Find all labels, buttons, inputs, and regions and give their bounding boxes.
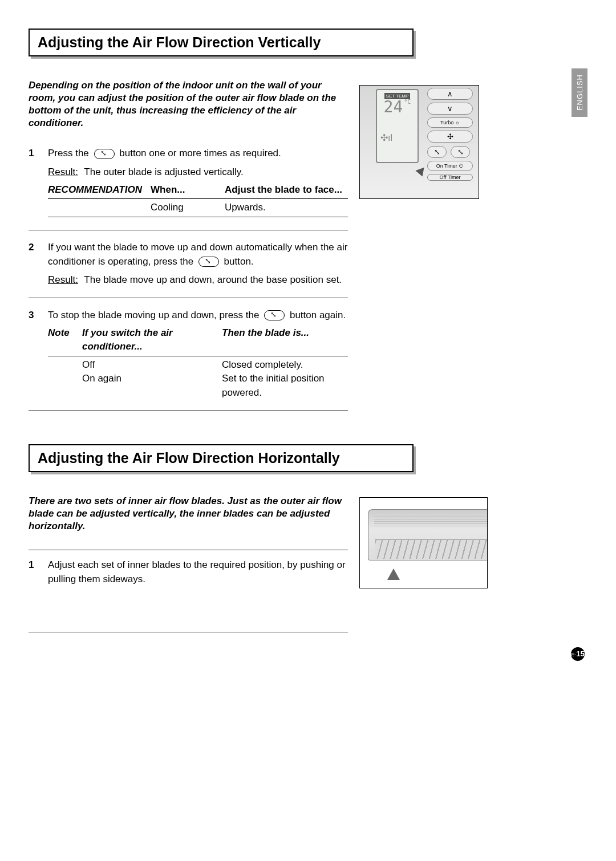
result-label-1: Result: <box>48 166 78 177</box>
section-title-horizontal-text: Adjusting the Air Flow Direction Horizon… <box>38 450 404 466</box>
on-timer-button[interactable]: On Timer ⏲ <box>427 161 473 171</box>
swing-button[interactable]: ⤡ <box>451 146 470 158</box>
note-row2-then: Set to the initial position powered. <box>222 372 348 400</box>
ac-louvers <box>375 539 487 559</box>
step-1-number: 1 <box>29 147 38 220</box>
ac-grill <box>374 517 487 528</box>
swing-button-icon <box>198 257 219 267</box>
language-tab-text: ENGLISH <box>576 74 584 111</box>
rec-head-when: When... <box>151 183 225 197</box>
swing-button-icon <box>94 149 115 159</box>
rec-row-adjust: Upwards. <box>225 201 348 215</box>
intro-vertical: Depending on the position of the indoor … <box>29 79 348 129</box>
step-3: 3 To stop the blade moving up and down, … <box>29 308 348 411</box>
rec-head-adjust: Adjust the blade to face... <box>225 183 348 197</box>
note-label: Note <box>48 326 82 354</box>
note-table: Note If you switch the air conditioner..… <box>48 326 348 400</box>
pointer-arrow-icon <box>415 164 427 176</box>
step-1: 1 Press the button one or more times as … <box>29 147 348 230</box>
note-head-then: Then the blade is... <box>222 326 348 354</box>
temp-value: 24 <box>384 99 403 115</box>
step-2-text-after: button. <box>224 256 254 267</box>
step-2-text-before: If you want the blade to move up and dow… <box>48 242 347 267</box>
section-title-vertical: Adjusting the Air Flow Direction Vertica… <box>29 29 414 56</box>
rec-row-when: Cooling <box>151 201 225 215</box>
note-row1-if: Off <box>82 358 222 372</box>
fan-icon: ✣ıl <box>377 132 418 143</box>
remote-control-figure: SET TEMP 24°C ✣ıl ∧ ∨ Turbo ☼ ✣ ⤡ ⤡ On T… <box>359 85 479 199</box>
step-3-text-before: To stop the blade moving up and down, pr… <box>48 310 262 320</box>
step-3-number: 3 <box>29 308 38 400</box>
h-step-1-number: 1 <box>29 558 38 586</box>
step-1-text-before: Press the <box>48 148 92 159</box>
off-timer-button[interactable]: Off Timer <box>427 174 473 181</box>
swing-button-icon <box>264 310 285 320</box>
note-row1-then: Closed completely. <box>222 358 348 372</box>
language-tab: ENGLISH <box>572 68 587 117</box>
step-1-text-after: button one or more times as required. <box>119 148 281 159</box>
result-text-2: The blade move up and down, around the b… <box>84 274 342 285</box>
recommendation-table: RECOMMENDATION When... Adjust the blade … <box>48 183 348 217</box>
remote-lcd: SET TEMP 24°C ✣ıl <box>376 89 419 163</box>
intro-horizontal: There are two sets of inner air flow bla… <box>29 495 348 533</box>
pointer-arrow-icon <box>387 568 400 580</box>
deg-c: °C <box>404 99 411 115</box>
step-2-number: 2 <box>29 241 38 287</box>
swing-indicator-icon: ⤡ <box>427 146 447 158</box>
section-title-horizontal: Adjusting the Air Flow Direction Horizon… <box>29 444 414 472</box>
note-row2-if: On again <box>82 372 222 400</box>
recommendation-label: RECOMMENDATION <box>48 183 151 197</box>
step-2: 2 If you want the blade to move up and d… <box>29 241 348 298</box>
temp-down-button[interactable]: ∨ <box>427 103 473 115</box>
note-head-if: If you switch the air conditioner... <box>82 326 222 354</box>
section-title-vertical-text: Adjusting the Air Flow Direction Vertica… <box>38 34 404 51</box>
page-number: E-15 <box>571 647 585 661</box>
result-text-1: The outer blade is adjusted vertically. <box>84 166 243 177</box>
h-step-1-text: Adjust each set of inner blades to the r… <box>48 558 348 586</box>
step-3-text-after: button again. <box>290 310 346 320</box>
result-label-2: Result: <box>48 274 78 285</box>
turbo-button[interactable]: Turbo ☼ <box>427 117 473 128</box>
temp-up-button[interactable]: ∧ <box>427 88 473 100</box>
ac-unit-body <box>368 509 487 561</box>
fan-mode-button[interactable]: ✣ <box>427 131 473 143</box>
ac-unit-figure <box>359 497 488 588</box>
